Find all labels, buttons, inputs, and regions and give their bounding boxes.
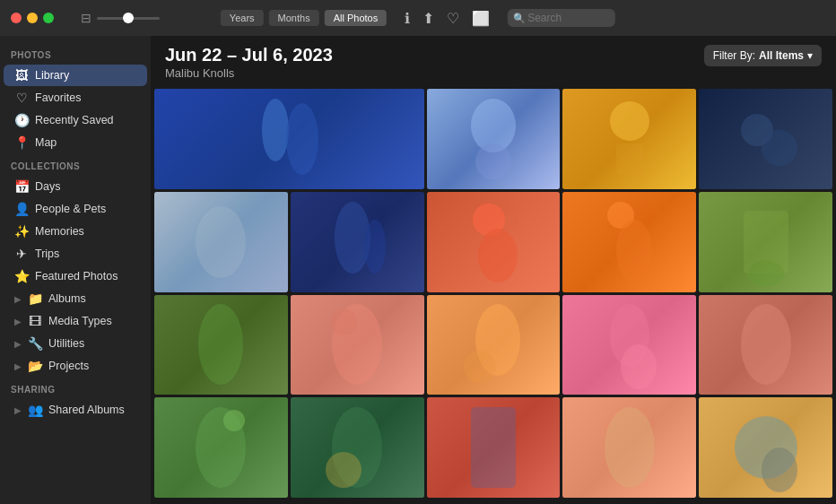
map-icon: 📍 [14, 135, 29, 150]
search-input[interactable] [508, 9, 615, 27]
photo-cell-8[interactable] [562, 192, 696, 292]
zoom-slider-area: ⊟ [81, 11, 160, 25]
photo-cell-18[interactable] [562, 397, 696, 498]
photo-cell-11[interactable] [291, 295, 424, 395]
sidebar-label-library: Library [35, 69, 136, 82]
albums-icon: 📁 [28, 291, 42, 306]
sidebar-item-map[interactable]: 📍 Map [4, 132, 147, 153]
sidebar-item-people-pets[interactable]: 👤 People & Pets [4, 198, 147, 220]
sidebar-item-shared-albums[interactable]: ▶ 👥 Shared Albums [4, 399, 147, 421]
zoom-out-icon: ⊟ [81, 11, 91, 25]
content-area: Jun 22 – Jul 6, 2023 Malibu Knolls Filte… [151, 36, 836, 504]
photo-cell-14[interactable] [699, 295, 832, 395]
maximize-button[interactable] [43, 13, 54, 23]
photo-cell-13[interactable] [562, 295, 696, 395]
content-header: Jun 22 – Jul 6, 2023 Malibu Knolls Filte… [151, 36, 836, 85]
title-bar: ⊟ Years Months All Photos ℹ ⬆ ♡ ⬜ 🔍 [0, 0, 836, 36]
nav-months[interactable]: Months [269, 10, 319, 26]
photo-cell-12[interactable] [427, 295, 561, 395]
svg-point-32 [762, 448, 797, 492]
svg-point-12 [478, 229, 518, 282]
memories-icon: ✨ [14, 224, 29, 239]
photo-cell-7[interactable] [427, 192, 561, 292]
view-nav: Years Months All Photos [221, 10, 387, 26]
photo-cell-16[interactable] [291, 397, 424, 498]
photo-cell-6[interactable] [291, 192, 424, 292]
photo-cell-5[interactable] [154, 192, 288, 292]
photo-cell-1[interactable] [154, 89, 424, 189]
days-icon: 📅 [14, 179, 29, 194]
photo-cell-9[interactable] [699, 192, 832, 292]
share-icon[interactable]: ⬆ [422, 10, 434, 27]
search-wrapper: 🔍 [508, 9, 615, 27]
svg-point-21 [464, 351, 496, 383]
sidebar-item-library[interactable]: 🖼 Library [4, 65, 147, 86]
media-types-chevron: ▶ [14, 317, 22, 326]
sidebar-item-favorites[interactable]: ♡ Favorites [4, 87, 147, 109]
sidebar-section-sharing: Sharing [0, 378, 151, 398]
svg-point-26 [223, 410, 245, 431]
svg-point-28 [326, 452, 361, 488]
photo-cell-10[interactable] [154, 295, 288, 395]
traffic-lights [11, 13, 54, 23]
photo-cell-3[interactable] [562, 89, 696, 189]
svg-point-10 [364, 220, 386, 274]
trips-icon: ✈ [14, 247, 29, 261]
photo-cell-4[interactable] [699, 89, 832, 189]
photo-cell-17[interactable] [427, 397, 561, 498]
photo-grid [151, 85, 836, 504]
sidebar-label-map: Map [35, 136, 136, 149]
sidebar-label-media-types: Media Types [48, 315, 136, 327]
people-pets-icon: 👤 [14, 202, 29, 216]
close-button[interactable] [11, 13, 22, 23]
favorites-icon: ♡ [14, 91, 29, 105]
svg-rect-5 [616, 143, 643, 175]
svg-point-17 [198, 304, 243, 385]
photo-cell-15[interactable] [154, 397, 288, 498]
filter-chevron-icon: ▾ [807, 49, 813, 62]
toolbar-icons: ℹ ⬆ ♡ ⬜ [405, 10, 490, 27]
svg-point-0 [262, 99, 289, 161]
minimize-button[interactable] [27, 13, 38, 23]
sidebar-label-recently-saved: Recently Saved [35, 114, 136, 126]
sidebar-label-people-pets: People & Pets [35, 203, 136, 215]
projects-icon: 📂 [28, 359, 42, 373]
svg-point-16 [748, 260, 784, 287]
slider-thumb[interactable] [123, 13, 134, 23]
shared-albums-chevron: ▶ [14, 405, 22, 415]
sidebar-label-days: Days [35, 180, 136, 193]
sidebar-item-trips[interactable]: ✈ Trips [4, 243, 147, 265]
albums-chevron: ▶ [14, 294, 22, 304]
svg-point-30 [605, 407, 655, 488]
sidebar-item-albums[interactable]: ▶ 📁 Albums [4, 288, 147, 309]
sidebar-item-featured-photos[interactable]: ⭐ Featured Photos [4, 265, 147, 287]
sidebar-label-utilities: Utilities [48, 337, 136, 350]
svg-point-1 [286, 103, 318, 175]
svg-point-3 [475, 143, 511, 179]
svg-point-8 [196, 206, 246, 278]
favorite-icon[interactable]: ♡ [447, 10, 459, 27]
nav-all-photos[interactable]: All Photos [325, 10, 388, 26]
sidebar-item-recently-saved[interactable]: 🕐 Recently Saved [4, 109, 147, 131]
zoom-slider[interactable] [97, 17, 160, 20]
utilities-chevron: ▶ [14, 339, 22, 349]
sidebar-item-days[interactable]: 📅 Days [4, 176, 147, 197]
photo-cell-19[interactable] [699, 397, 832, 498]
info-icon[interactable]: ℹ [405, 10, 410, 27]
library-icon: 🖼 [14, 68, 29, 83]
sidebar-item-projects[interactable]: ▶ 📂 Projects [4, 355, 147, 377]
sidebar-item-utilities[interactable]: ▶ 🔧 Utilities [4, 333, 147, 354]
sidebar-label-albums: Albums [48, 292, 136, 305]
recently-saved-icon: 🕐 [14, 113, 29, 127]
main-layout: Photos 🖼 Library ♡ Favorites 🕐 Recently … [0, 36, 836, 504]
nav-years[interactable]: Years [221, 10, 264, 26]
svg-point-4 [610, 101, 649, 141]
photo-cell-2[interactable] [427, 89, 561, 189]
sidebar-label-shared-albums: Shared Albums [48, 404, 136, 416]
filter-button[interactable]: Filter By: All Items ▾ [704, 45, 822, 66]
sidebar-item-media-types[interactable]: ▶ 🎞 Media Types [4, 310, 147, 332]
slideshow-icon[interactable]: ⬜ [472, 10, 490, 27]
sidebar-item-memories[interactable]: ✨ Memories [4, 221, 147, 242]
sidebar-label-projects: Projects [48, 360, 136, 372]
shared-albums-icon: 👥 [28, 403, 42, 417]
